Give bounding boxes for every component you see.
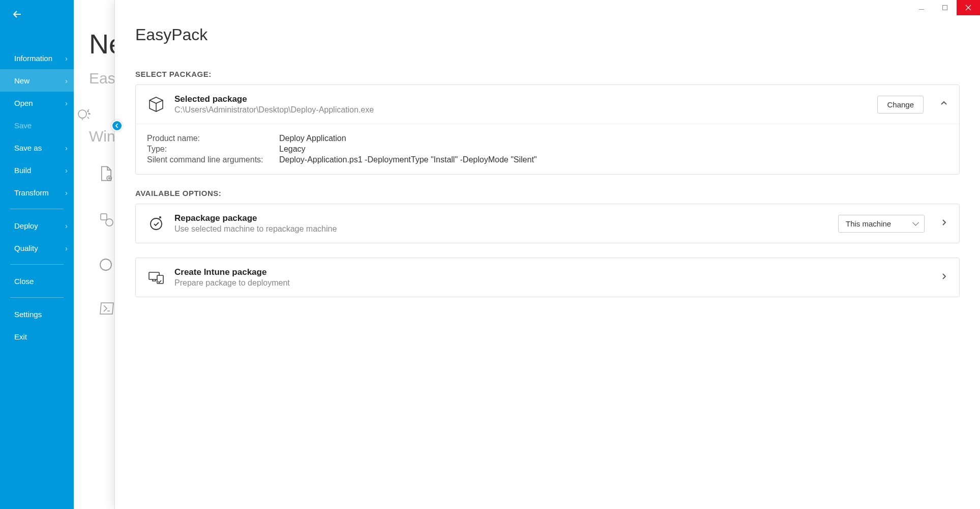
sidebar-item-open[interactable]: Open›: [0, 92, 74, 114]
svg-rect-3: [101, 214, 107, 220]
svg-rect-11: [157, 275, 163, 284]
sidebar-item-quality[interactable]: Quality›: [0, 237, 74, 259]
svg-point-4: [106, 219, 113, 226]
sidebar-menu: Information› New› Open› Save Save as› Bu…: [0, 29, 74, 348]
sidebar-item-label: Transform: [14, 188, 49, 197]
selected-package-title: Selected package: [174, 94, 868, 104]
sidebar-item-label: Save: [14, 121, 32, 130]
intune-title: Create Intune package: [174, 267, 925, 277]
sidebar-item-label: Close: [14, 277, 34, 286]
type-label: Type:: [147, 145, 279, 154]
machine-select-value: This machine: [846, 219, 891, 228]
sidebar-item-exit[interactable]: Exit: [0, 325, 74, 348]
go-repackage-button[interactable]: [941, 219, 948, 228]
sidebar-item-label: Information: [14, 54, 52, 63]
sidebar-item-label: Build: [14, 166, 31, 175]
collapse-overlay-button[interactable]: [111, 120, 123, 131]
svg-rect-1: [943, 6, 947, 10]
powershell-icon: [99, 302, 114, 315]
repackage-subtitle: Use selected machine to repackage machin…: [174, 224, 829, 234]
chevron-right-icon: ›: [65, 244, 68, 252]
shapes-icon: [99, 212, 114, 228]
chevron-right-icon: ›: [65, 188, 68, 197]
divider: [10, 264, 64, 265]
sidebar-item-deploy[interactable]: Deploy›: [0, 214, 74, 237]
selected-package-path: C:\Users\Administrator\Desktop\Deploy-Ap…: [174, 105, 868, 115]
svg-point-9: [151, 218, 162, 230]
sidebar-item-label: Exit: [14, 332, 27, 341]
document-add-icon: [99, 165, 113, 182]
chevron-right-icon: ›: [65, 166, 68, 175]
section-select-package-label: SELECT PACKAGE:: [135, 70, 960, 78]
sidebar-item-information[interactable]: Information›: [0, 47, 74, 69]
sidebar-item-label: New: [14, 76, 29, 85]
chevron-right-icon: ›: [65, 221, 68, 230]
chevron-right-icon: ›: [65, 54, 68, 63]
product-name-value: Deploy Application: [279, 134, 948, 143]
maximize-button[interactable]: [933, 0, 957, 15]
svg-rect-0: [919, 9, 924, 10]
intune-option-card[interactable]: Create Intune package Prepare package to…: [135, 258, 960, 297]
minimize-button[interactable]: [910, 0, 933, 15]
chevron-right-icon: [941, 273, 948, 280]
change-button[interactable]: Change: [877, 96, 924, 114]
svg-point-5: [100, 259, 111, 270]
chevron-right-icon: [941, 219, 948, 226]
sidebar-item-new[interactable]: New›: [0, 69, 74, 92]
chevron-right-icon: ›: [65, 99, 68, 107]
sidebar-item-label: Deploy: [14, 221, 38, 230]
repackage-option-card[interactable]: Repackage package Use selected machine t…: [135, 204, 960, 243]
svg-point-6: [78, 110, 86, 118]
go-intune-button[interactable]: [941, 273, 948, 282]
sidebar-item-label: Save as: [14, 144, 42, 152]
maximize-icon: [942, 5, 948, 11]
divider: [10, 209, 64, 209]
chevron-left-icon: [114, 123, 120, 128]
repackage-icon: [147, 214, 165, 233]
selected-package-card: Selected package C:\Users\Administrator\…: [135, 84, 960, 175]
args-value: Deploy-Application.ps1 -DeploymentType "…: [279, 155, 948, 164]
chevron-up-icon: [940, 99, 948, 107]
arrow-left-icon: [11, 8, 23, 20]
panel-title: EasyPack: [135, 25, 960, 44]
divider: [10, 297, 64, 298]
sidebar-item-save-as[interactable]: Save as›: [0, 136, 74, 159]
sidebar-item-transform[interactable]: Transform›: [0, 181, 74, 204]
window-controls: [910, 0, 980, 15]
package-icon: [147, 95, 165, 114]
sidebar-item-save: Save: [0, 114, 74, 136]
intune-subtitle: Prepare package to deployment: [174, 278, 925, 288]
collapse-card-toggle[interactable]: [940, 99, 948, 109]
close-icon: [965, 5, 971, 11]
args-label: Silent command line arguments:: [147, 155, 279, 164]
svg-point-7: [87, 111, 89, 112]
sidebar-item-label: Settings: [14, 310, 42, 319]
svg-point-8: [88, 113, 90, 115]
minimize-icon: [918, 5, 925, 11]
intune-icon: [147, 268, 165, 287]
product-name-label: Product name:: [147, 134, 279, 143]
sidebar-item-close[interactable]: Close: [0, 270, 74, 292]
sidebar-item-settings[interactable]: Settings: [0, 303, 74, 325]
machine-select[interactable]: This machine: [838, 215, 925, 233]
close-window-button[interactable]: [957, 0, 980, 15]
chevron-right-icon: ›: [65, 76, 68, 85]
section-available-options-label: AVAILABLE OPTIONS:: [135, 189, 960, 197]
type-value: Legacy: [279, 145, 948, 154]
selected-package-details: Product name:Deploy Application Type:Leg…: [136, 124, 959, 174]
background-icon-strip: [74, 102, 94, 127]
chevron-right-icon: ›: [65, 144, 68, 152]
sidebar: Information› New› Open› Save Save as› Bu…: [0, 0, 74, 509]
back-button[interactable]: [0, 0, 74, 29]
lightbulb-icon: [76, 107, 92, 122]
easypack-panel: EasyPack SELECT PACKAGE: Selected packag…: [114, 0, 980, 509]
main-area: New Easy Win EasyPack SELECT PACKAGE:: [74, 0, 980, 509]
circle-icon: [99, 258, 112, 271]
sidebar-item-build[interactable]: Build›: [0, 159, 74, 181]
sidebar-item-label: Quality: [14, 244, 38, 252]
repackage-title: Repackage package: [174, 213, 829, 223]
sidebar-item-label: Open: [14, 99, 33, 107]
